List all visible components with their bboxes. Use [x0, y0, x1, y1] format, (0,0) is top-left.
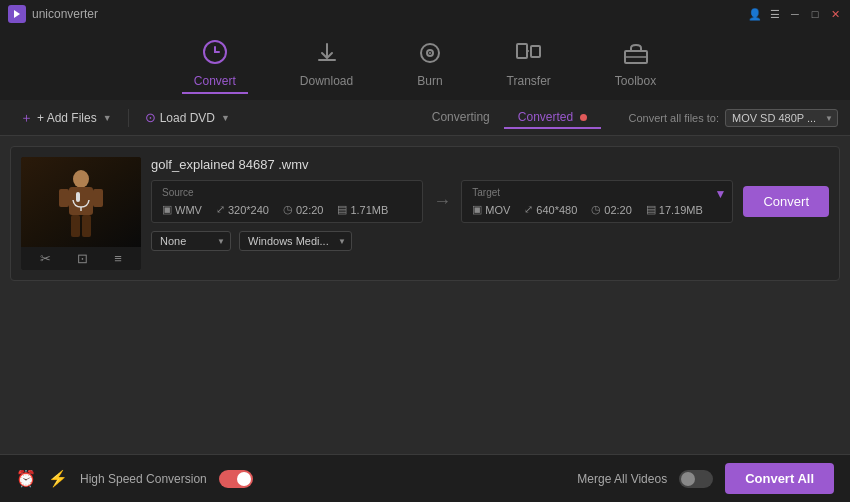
file-size-icon: ▤: [337, 203, 347, 216]
tab-converted[interactable]: Converted: [504, 107, 601, 129]
burn-icon: [418, 41, 442, 70]
dvd-icon: ⊙: [145, 110, 156, 125]
svg-marker-0: [14, 10, 20, 18]
maximize-icon[interactable]: □: [808, 7, 822, 21]
toolbox-icon: [623, 41, 649, 70]
source-target-row: Source ▣ WMV ⤢ 320*240 ◷ 02:20: [151, 180, 829, 223]
topnav: Convert Download Burn Tran: [0, 28, 850, 100]
plus-icon: ＋: [20, 109, 33, 127]
target-format-icon: ▣: [472, 203, 482, 216]
source-size: ▤ 1.71MB: [337, 203, 388, 216]
load-dvd-button[interactable]: ⊙ Load DVD ▼: [137, 107, 238, 128]
source-label: Source: [162, 187, 412, 198]
target-label: Target: [472, 187, 722, 198]
menu-icon[interactable]: ☰: [768, 7, 782, 21]
bottombar: ⏰ ⚡ High Speed Conversion Merge All Vide…: [0, 454, 850, 502]
windows-media-select-wrapper: Windows Medi...: [239, 231, 352, 251]
load-dvd-chevron[interactable]: ▼: [221, 113, 230, 123]
app-logo: [8, 5, 26, 23]
minimize-icon[interactable]: ─: [788, 7, 802, 21]
tab-group: Converting Converted: [418, 107, 601, 129]
target-box: Target ▣ MOV ⤢ 640*480 ◷ 02:20: [461, 180, 733, 223]
speed-toggle[interactable]: [219, 470, 253, 488]
thumbnail-controls: ✂ ⊡ ≡: [21, 247, 141, 270]
nav-item-download[interactable]: Download: [288, 37, 365, 92]
svg-rect-14: [93, 189, 103, 207]
windows-media-select[interactable]: Windows Medi...: [239, 231, 352, 251]
convert-all-to-label: Convert all files to:: [629, 112, 719, 124]
transfer-icon: [515, 41, 543, 70]
titlebar-controls: 👤 ☰ ─ □ ✕: [748, 7, 842, 21]
svg-point-4: [429, 52, 431, 54]
crop-icon[interactable]: ⊡: [77, 251, 88, 266]
file-thumbnail: ✂ ⊡ ≡: [21, 157, 141, 270]
tab-dot: [580, 114, 587, 121]
merge-toggle-knob: [681, 472, 695, 486]
nav-label-convert: Convert: [194, 74, 236, 88]
arrow-right-icon: →: [433, 191, 451, 212]
none-select-wrapper: None: [151, 231, 231, 251]
target-format: ▣ MOV: [472, 203, 510, 216]
target-resolution-icon: ⤢: [524, 203, 533, 216]
target-resolution: ⤢ 640*480: [524, 203, 577, 216]
target-duration: ◷ 02:20: [591, 203, 632, 216]
none-select[interactable]: None: [151, 231, 231, 251]
close-icon[interactable]: ✕: [828, 7, 842, 21]
download-icon: [315, 41, 339, 70]
add-files-button[interactable]: ＋ + Add Files ▼: [12, 106, 120, 130]
effects-icon[interactable]: ≡: [114, 251, 122, 266]
source-meta: ▣ WMV ⤢ 320*240 ◷ 02:20 ▤: [162, 203, 412, 216]
file-name: golf_explained 84687 .wmv: [151, 157, 829, 172]
speed-icon: ⚡: [48, 469, 68, 488]
merge-label: Merge All Videos: [577, 472, 667, 486]
source-format: ▣ WMV: [162, 203, 202, 216]
nav-item-convert[interactable]: Convert: [182, 35, 248, 94]
nav-item-transfer[interactable]: Transfer: [495, 37, 563, 92]
convert-button[interactable]: Convert: [743, 186, 829, 217]
nav-label-toolbox: Toolbox: [615, 74, 656, 88]
target-size: ▤ 17.19MB: [646, 203, 703, 216]
toolbar-divider-1: [128, 109, 129, 127]
tab-converting[interactable]: Converting: [418, 107, 504, 129]
format-row: None Windows Medi...: [151, 231, 829, 251]
convert-format-select-wrapper: MOV SD 480P ...: [725, 109, 838, 127]
clock-icon: ◷: [283, 203, 293, 216]
source-box: Source ▣ WMV ⤢ 320*240 ◷ 02:20: [151, 180, 423, 223]
main-content: ✂ ⊡ ≡ golf_explained 84687 .wmv Source ▣…: [0, 136, 850, 454]
convert-format-select[interactable]: MOV SD 480P ...: [725, 109, 838, 127]
file-card: ✂ ⊡ ≡ golf_explained 84687 .wmv Source ▣…: [10, 146, 840, 281]
nav-item-burn[interactable]: Burn: [405, 37, 454, 92]
add-files-label: + Add Files: [37, 111, 97, 125]
alarm-icon[interactable]: ⏰: [16, 469, 36, 488]
target-meta: ▣ MOV ⤢ 640*480 ◷ 02:20 ▤: [472, 203, 722, 216]
convert-all-to: Convert all files to: MOV SD 480P ...: [629, 109, 838, 127]
merge-toggle[interactable]: [679, 470, 713, 488]
speed-toggle-knob: [237, 472, 251, 486]
svg-rect-5: [517, 44, 527, 58]
load-dvd-label: Load DVD: [160, 111, 215, 125]
bottom-right: Merge All Videos Convert All: [577, 463, 834, 494]
file-info: golf_explained 84687 .wmv Source ▣ WMV ⤢…: [151, 157, 829, 270]
target-clock-icon: ◷: [591, 203, 601, 216]
target-expand-icon[interactable]: ▼: [715, 187, 727, 201]
svg-point-11: [73, 170, 89, 188]
svg-rect-6: [531, 46, 540, 57]
toolbar: ＋ + Add Files ▼ ⊙ Load DVD ▼ Converting …: [0, 100, 850, 136]
add-files-chevron[interactable]: ▼: [103, 113, 112, 123]
app-name: uniconverter: [32, 7, 98, 21]
nav-item-toolbox[interactable]: Toolbox: [603, 37, 668, 92]
svg-rect-15: [71, 215, 80, 237]
resolution-icon: ⤢: [216, 203, 225, 216]
svg-rect-16: [82, 215, 91, 237]
nav-label-download: Download: [300, 74, 353, 88]
trim-icon[interactable]: ✂: [40, 251, 51, 266]
nav-label-burn: Burn: [417, 74, 442, 88]
thumbnail-image: [21, 157, 141, 247]
titlebar-left: uniconverter: [8, 5, 98, 23]
svg-rect-17: [76, 192, 80, 202]
nav-label-transfer: Transfer: [507, 74, 551, 88]
target-size-icon: ▤: [646, 203, 656, 216]
user-icon[interactable]: 👤: [748, 7, 762, 21]
convert-icon: [202, 39, 228, 70]
convert-all-button[interactable]: Convert All: [725, 463, 834, 494]
